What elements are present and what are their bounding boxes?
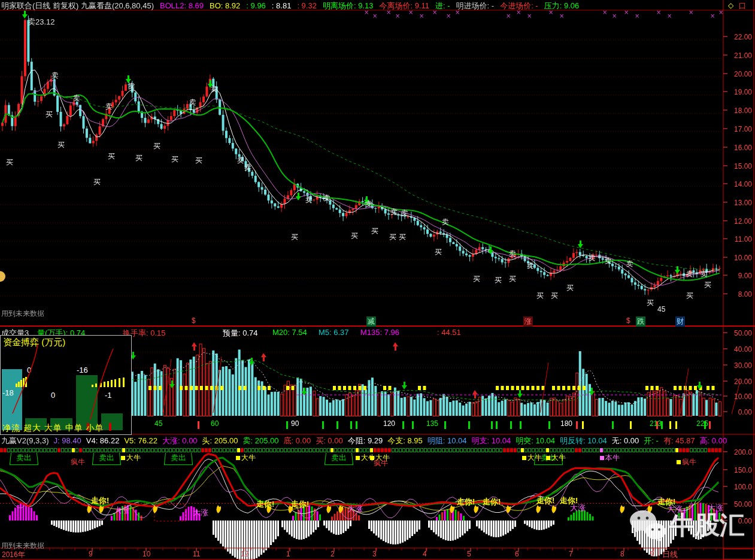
window-box-icon[interactable]: 囗 — [739, 1, 746, 11]
buy-sell-label: 买 — [399, 232, 406, 242]
header-segment: 今离场价: 9.11 — [379, 1, 429, 10]
price-axis-tick: 15.00 — [724, 162, 752, 171]
month-label: 8 — [620, 550, 624, 558]
surge-label: 大涨 — [347, 504, 363, 515]
price-axis-tick: 22.00 — [724, 33, 752, 41]
price-axis-tick: 17.00 — [724, 125, 752, 133]
bar-count-label: 120 — [383, 419, 395, 428]
chart-badge: $ — [625, 316, 632, 325]
volume-header-segment: M5: 6.37 — [319, 328, 349, 337]
bar-count-label: 225 — [696, 419, 708, 428]
bar-count-label: 45 — [154, 419, 162, 428]
buy-sell-label: 卖 — [509, 249, 516, 259]
bar-count-label: 213 — [650, 419, 662, 428]
month-label: 5 — [467, 550, 471, 558]
bottom-header-segment: 有: 45.87 — [663, 436, 695, 445]
diamond-icon[interactable]: ◇ — [728, 1, 733, 10]
buy-sell-label: 买 — [351, 231, 358, 241]
surge-label: 大涨 — [570, 503, 586, 513]
bar-count-label: 60 — [211, 419, 219, 428]
header-segment: : 9.96 — [246, 1, 266, 10]
signal-flag: 大牛 — [121, 453, 141, 463]
buy-sell-label: 买 — [6, 157, 13, 168]
buy-sell-label: 买 — [509, 274, 516, 284]
trading-app-window: 明家联合(日线 前复权) 九赢看盘(20,6,80,45)BOLL2: 8.69… — [0, 0, 755, 560]
bottom-header-segment: 卖: 205.00 — [243, 436, 279, 445]
volume-header-segment: : 44.51 — [437, 328, 461, 337]
chart-badge: $ — [190, 316, 197, 325]
go-label: 走你! — [457, 497, 475, 507]
bottom-header-segment: 头: 205.00 — [202, 436, 238, 445]
buy-sell-label: 卖 — [442, 217, 449, 227]
buy-sell-label: 买 — [536, 291, 544, 301]
buy-sell-label: 卖 — [105, 102, 113, 112]
bottom-header-segment: 高: 0.00 — [700, 436, 727, 445]
signal-flag: 本牛 — [600, 453, 620, 463]
chart-badge: 减 — [366, 316, 376, 327]
volume-axis-tick: 10.00 — [724, 392, 752, 401]
header-segment: : 9.32 — [297, 1, 317, 10]
bottom-header-segment: 今支: 8.95 — [387, 436, 423, 445]
bar-count-label: 90 — [291, 419, 299, 428]
month-label: 11 — [193, 550, 200, 558]
header-segment: 明家联合(日线 前复权) 九赢看盘(20,6,80,45) — [1, 1, 154, 10]
month-label: 6 — [515, 550, 519, 558]
future-data-warning: 用到未来数据 — [1, 309, 44, 319]
indicator-axis-tick: 200.0 — [724, 448, 752, 456]
price-axis-tick: 10.00 — [724, 254, 752, 262]
indicator-axis-tick: 50.00 — [724, 500, 752, 509]
bottom-header-segment: 明阻: 10.04 — [427, 436, 467, 445]
buy-sell-label: 卖 — [323, 193, 330, 203]
buy-sell-label: 卖 — [128, 81, 135, 92]
bottom-header-segment: V5: 76.22 — [124, 436, 157, 445]
watermark: 牛股汇 — [629, 509, 745, 542]
fund-battle-panel: 资金搏弈 (万元) -1800-16-1 净流 超大 大单 中单 小单 — [0, 335, 132, 435]
go-label: 走你! — [536, 495, 554, 506]
price-axis-tick: 8.00 — [724, 290, 752, 299]
buy-sell-label: 买 — [435, 247, 442, 257]
bottom-indicator-header: 九赢V2(9,3,3)J: 98.40V4: 86.22V5: 76.22大涨:… — [1, 436, 732, 446]
buy-sell-label: 卖 — [390, 207, 398, 217]
volume-header-segment: M20: 7.54 — [272, 328, 307, 337]
indicator-header: 明家联合(日线 前复权) 九赢看盘(20,6,80,45)BOLL2: 8.69… — [1, 1, 585, 11]
header-segment: 明离场价: 9.13 — [323, 1, 374, 10]
bottom-header-segment: 底: 0.00 — [284, 436, 311, 445]
header-segment: 压力: 9.06 — [544, 1, 580, 10]
buy-sell-label: 买 — [195, 156, 202, 166]
month-label: 7 — [569, 550, 573, 558]
go-label: 走你! — [256, 499, 274, 510]
buy-sell-label: 买 — [495, 275, 502, 285]
bottom-header-segment: 明突: 10.04 — [516, 436, 555, 445]
price-axis-tick: 11.00 — [724, 235, 752, 244]
go-label: 走你! — [91, 495, 109, 506]
chart-canvas[interactable] — [0, 0, 755, 560]
volume-header-segment: 预量: 0.74 — [223, 328, 258, 339]
bar-count-label: 180 — [560, 419, 572, 428]
bottom-header-segment: 无: 0.00 — [612, 436, 639, 445]
volume-axis-tick: 50.00 — [724, 329, 752, 337]
chart-badge: 涨 — [523, 316, 533, 327]
bar-count-label: 135 — [426, 419, 438, 428]
buy-sell-label: 卖 — [401, 208, 408, 218]
buy-sell-label: 买 — [108, 151, 115, 162]
go-label: 走你! — [483, 497, 501, 507]
volume-axis-tick: 30.00 — [724, 361, 752, 370]
buy-sell-label: 买 — [291, 232, 298, 242]
go-label: 走你! — [291, 499, 309, 510]
watermark-text: 牛股汇 — [669, 509, 745, 542]
period-selector[interactable]: 日线 — [662, 549, 678, 560]
signal-flag: 卖出 — [325, 453, 353, 465]
header-segment: : 8.81 — [272, 1, 292, 10]
buy-sell-label: 卖 — [527, 261, 534, 271]
price-axis-tick: 14.00 — [724, 180, 752, 188]
volume-header-segment: M135: 7.96 — [360, 328, 399, 337]
buy-sell-label: 卖 — [73, 93, 80, 104]
buy-sell-label: 买 — [566, 283, 574, 293]
bottom-header-segment: V4: 86.22 — [86, 436, 120, 445]
header-segment: 明进场价: - — [456, 1, 495, 10]
buy-sell-label: 买 — [46, 109, 53, 120]
price-axis-tick: 18.00 — [724, 106, 752, 115]
header-segment: 进: - — [435, 1, 450, 10]
bottom-header-segment: 明反转: 10.04 — [560, 436, 607, 445]
buy-sell-label: 买 — [153, 141, 160, 151]
